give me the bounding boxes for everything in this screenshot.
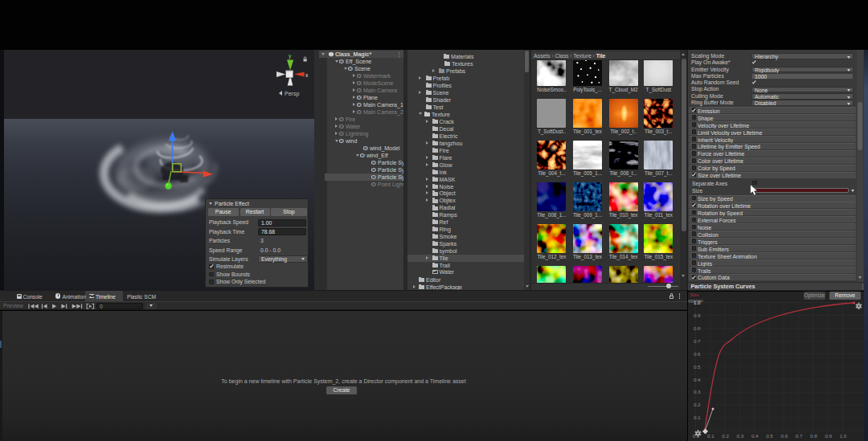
svg-text:x: x [305, 72, 309, 78]
svg-text:y: y [289, 53, 292, 59]
